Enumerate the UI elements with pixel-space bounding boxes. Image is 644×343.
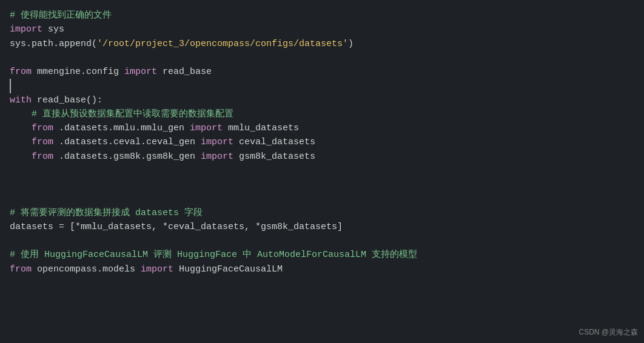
line-8: # 直接从预设数据集配置中读取需要的数据集配置 xyxy=(10,107,634,121)
line-blank-4 xyxy=(10,191,634,205)
line-blank-5 xyxy=(10,234,634,248)
line-blank-1 xyxy=(10,51,634,65)
line-9: from .datasets.mmlu.mmlu_gen import mmlu… xyxy=(10,121,634,135)
watermark: CSDN @灵海之森 xyxy=(579,327,638,338)
keyword-from-1: from xyxy=(10,67,32,77)
line-11: from .datasets.gsm8k.gsm8k_gen import gs… xyxy=(10,150,634,164)
line-18: # 使用 HuggingFaceCausalLM 评测 HuggingFace … xyxy=(10,248,634,262)
line-7: with read_base(): xyxy=(10,93,634,107)
keyword-from-5: from xyxy=(10,264,32,275)
keyword-import-2: import xyxy=(124,67,157,77)
keyword-import-3: import xyxy=(190,123,223,133)
keyword-from-4: from xyxy=(32,152,53,162)
line-blank-2 xyxy=(10,164,634,178)
keyword-import-5: import xyxy=(201,152,233,162)
line-5: from mmengine.config import read_base xyxy=(10,65,634,79)
keyword-import-1: import xyxy=(10,24,42,35)
line-10: from .datasets.ceval.ceval_gen import ce… xyxy=(10,135,634,149)
keyword-import-4: import xyxy=(201,137,233,147)
line-16: datasets = [*mmlu_datasets, *ceval_datas… xyxy=(10,220,634,234)
line-cursor xyxy=(10,79,634,93)
comment-1: # 使得能找到正确的文件 xyxy=(10,10,112,21)
line-3: sys.path.append('/root/project_3/opencom… xyxy=(10,37,634,51)
comment-4: # 使用 HuggingFaceCausalLM 评测 HuggingFace … xyxy=(10,250,417,260)
code-editor: # 使得能找到正确的文件 import sys sys.path.append(… xyxy=(0,0,644,343)
keyword-from-3: from xyxy=(32,137,53,147)
comment-2: # 直接从预设数据集配置中读取需要的数据集配置 xyxy=(10,109,233,119)
line-2: import sys xyxy=(10,22,634,36)
comment-3: # 将需要评测的数据集拼接成 datasets 字段 xyxy=(10,208,203,218)
line-19: from opencompass.models import HuggingFa… xyxy=(10,262,634,276)
keyword-from-2: from xyxy=(32,123,53,133)
keyword-with: with xyxy=(10,95,32,105)
line-blank-3 xyxy=(10,178,634,191)
keyword-import-6: import xyxy=(141,264,173,275)
line-15: # 将需要评测的数据集拼接成 datasets 字段 xyxy=(10,206,634,220)
line-1: # 使得能找到正确的文件 xyxy=(10,8,634,22)
